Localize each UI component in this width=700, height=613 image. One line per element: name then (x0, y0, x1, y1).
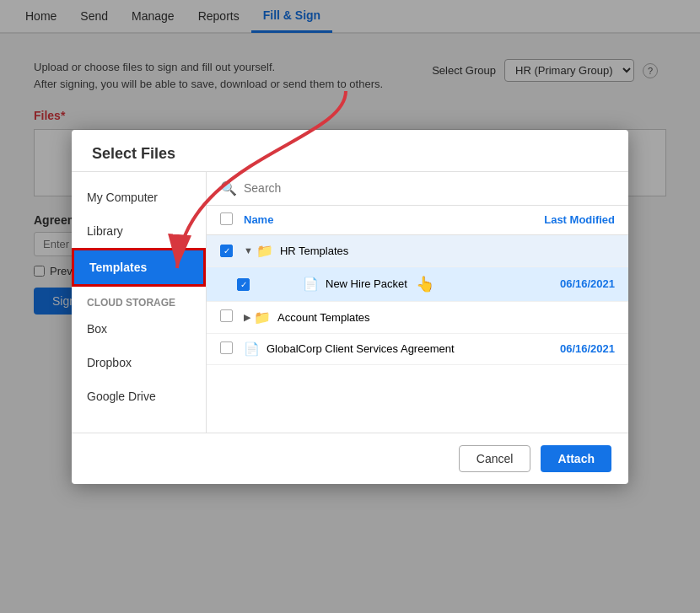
hr-templates-checkbox[interactable]: ✓ (220, 245, 233, 257)
expand-arrow-icon[interactable]: ▼ (244, 245, 253, 255)
select-all-checkbox[interactable] (220, 212, 233, 225)
table-row[interactable]: 📄 GlobalCorp Client Services Agreement 0… (207, 334, 628, 365)
new-hire-name: 📄 New Hire Packet 👆 (277, 275, 514, 293)
sidebar-item-library[interactable]: Library (72, 214, 206, 248)
table-row[interactable]: ✓ ▼ 📁 HR Templates (207, 235, 628, 267)
modal-body: My Computer Library Templates Cloud Stor… (72, 172, 628, 433)
file-table-header: Name Last Modified (207, 206, 628, 235)
col-name-header: Name (244, 213, 514, 226)
folder-icon: 📁 (254, 309, 271, 325)
globalcorp-label: GlobalCorp Client Services Agreement (267, 342, 455, 355)
sidebar-item-dropbox[interactable]: Dropbox (72, 346, 206, 379)
new-hire-checkbox[interactable]: ✓ (237, 278, 250, 291)
account-templates-name: ▶ 📁 Account Templates (244, 309, 514, 325)
folder-icon: 📁 (256, 243, 273, 259)
attach-button[interactable]: Attach (541, 445, 611, 472)
globalcorp-check[interactable] (220, 341, 244, 357)
table-row[interactable]: ✓ 📄 New Hire Packet 👆 06/16/2021 (207, 267, 628, 302)
search-icon: 🔍 (220, 180, 237, 196)
globalcorp-name: 📄 GlobalCorp Client Services Agreement (244, 341, 514, 357)
search-bar: 🔍 (207, 172, 628, 206)
new-hire-check[interactable]: ✓ (237, 277, 261, 291)
cursor-icon: 👆 (416, 275, 434, 293)
modal-footer: Cancel Attach (72, 433, 628, 484)
modal-sidebar: My Computer Library Templates Cloud Stor… (72, 172, 207, 433)
cancel-button[interactable]: Cancel (459, 445, 531, 472)
file-table: Name Last Modified ✓ ▼ 📁 HR Templates (207, 206, 628, 433)
globalcorp-checkbox[interactable] (220, 341, 233, 354)
sidebar-item-google-drive[interactable]: Google Drive (72, 379, 206, 413)
sidebar-item-my-computer[interactable]: My Computer (72, 180, 206, 214)
modal-header: Select Files (72, 130, 628, 172)
hr-templates-label: HR Templates (280, 245, 348, 257)
sidebar-item-box[interactable]: Box (72, 312, 206, 346)
sidebar-item-templates[interactable]: Templates (72, 248, 206, 287)
modal-file-browser: 🔍 Name Last Modified (207, 172, 628, 433)
account-templates-check[interactable] (220, 309, 244, 325)
hr-templates-check[interactable]: ✓ (220, 244, 244, 257)
new-hire-label: New Hire Packet (326, 277, 407, 290)
modal-overlay: Select Files My Computer Library Templat… (0, 0, 700, 613)
sidebar-cloud-storage-label: Cloud Storage (72, 287, 206, 312)
document-icon: 📄 (244, 341, 260, 357)
select-files-modal: Select Files My Computer Library Templat… (72, 130, 628, 484)
modal-title: Select Files (92, 145, 608, 163)
account-templates-label: Account Templates (277, 311, 370, 324)
document-icon: 📄 (303, 277, 319, 292)
col-date-header: Last Modified (514, 213, 615, 226)
search-input[interactable] (244, 181, 615, 195)
globalcorp-date: 06/16/2021 (514, 342, 615, 355)
account-templates-checkbox[interactable] (220, 309, 233, 322)
expand-arrow-icon[interactable]: ▶ (244, 312, 250, 323)
table-row[interactable]: ▶ 📁 Account Templates (207, 302, 628, 334)
header-check (220, 212, 244, 228)
new-hire-date: 06/16/2021 (514, 277, 615, 290)
hr-templates-name: ▼ 📁 HR Templates (244, 243, 514, 259)
